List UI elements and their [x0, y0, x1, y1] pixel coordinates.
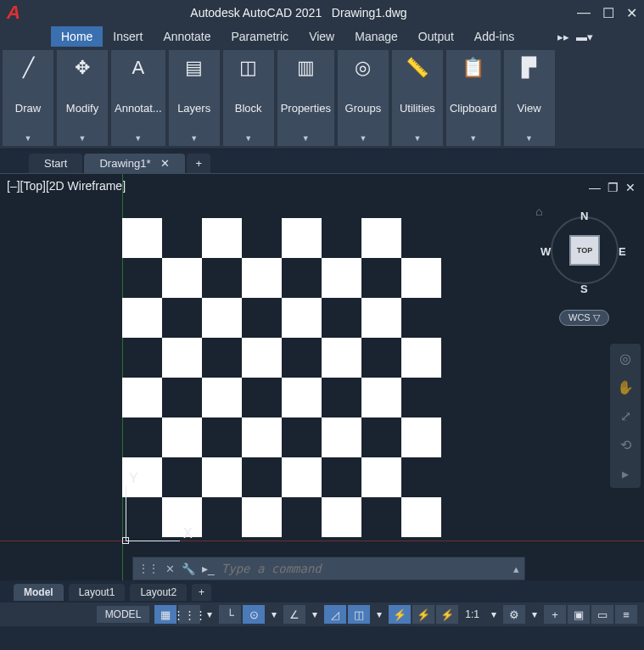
- layout-tab-layout1[interactable]: Layout1: [69, 584, 126, 601]
- chevron-down-icon[interactable]: ▾: [202, 608, 217, 620]
- layout-tab-model[interactable]: Model: [14, 584, 64, 601]
- status-customize-icon[interactable]: ≡: [615, 605, 637, 624]
- tab-start[interactable]: Start: [29, 154, 82, 173]
- status-polar-icon[interactable]: ⊙: [243, 605, 265, 624]
- panel-dropdown-icon[interactable]: ▼: [190, 132, 198, 144]
- properties-icon: ▥: [293, 55, 318, 81]
- minimize-button[interactable]: —: [577, 5, 591, 21]
- statusbar: MODEL ▦ ⋮⋮⋮ ▾ └ ⊙ ▾ ∠ ▾ ◿ ◫ ▾ ⚡ ⚡ ⚡ 1:1 …: [0, 602, 644, 626]
- menu-parametric[interactable]: Parametric: [221, 26, 299, 47]
- status-isolate-icon[interactable]: ▣: [568, 605, 590, 624]
- menu-insert[interactable]: Insert: [103, 26, 153, 47]
- board-square: [202, 258, 242, 298]
- panel-dropdown-icon[interactable]: ▼: [469, 132, 477, 144]
- menu-addins[interactable]: Add-ins: [464, 26, 524, 47]
- panel-dropdown-icon[interactable]: ▼: [244, 132, 252, 144]
- menu-view[interactable]: View: [299, 26, 344, 47]
- menu-home[interactable]: Home: [51, 26, 103, 47]
- panel-clipboard[interactable]: 📋 Clipboard ▼: [445, 49, 501, 147]
- menu-panel-icon[interactable]: ▬▾: [576, 31, 593, 43]
- panel-layers[interactable]: ▤ Layers ▼: [168, 49, 221, 147]
- steering-wheel-icon[interactable]: ◎: [616, 349, 635, 367]
- viewcube-west[interactable]: W: [540, 245, 551, 258]
- menu-manage[interactable]: Manage: [344, 26, 408, 47]
- cmdline-close-icon[interactable]: ✕: [165, 563, 175, 575]
- panel-block[interactable]: ◫ Block ▼: [222, 49, 275, 147]
- status-model-space[interactable]: MODEL: [97, 606, 150, 623]
- panel-dropdown-icon[interactable]: ▼: [413, 132, 421, 144]
- chevron-down-icon[interactable]: ▾: [307, 608, 322, 620]
- home-view-icon[interactable]: ⌂: [535, 205, 542, 218]
- panel-properties[interactable]: ▥ Properties ▼: [277, 49, 335, 147]
- new-tab-button[interactable]: +: [187, 154, 210, 173]
- board-square: [282, 218, 322, 258]
- board-square: [122, 497, 162, 537]
- status-osnap-track-icon[interactable]: ◫: [348, 605, 370, 624]
- maximize-button[interactable]: ☐: [602, 5, 614, 21]
- panel-modify[interactable]: ✥ Modify ▼: [56, 49, 109, 147]
- panel-dropdown-icon[interactable]: ▼: [25, 132, 32, 144]
- menubar: Home Insert Annotate Parametric View Man…: [0, 25, 644, 48]
- status-isodraft-icon[interactable]: ∠: [283, 605, 305, 624]
- status-workspace-icon[interactable]: ⚙: [503, 605, 525, 624]
- board-square: [282, 338, 322, 378]
- status-ortho-icon[interactable]: └: [219, 605, 241, 624]
- cmdline-config-icon[interactable]: 🔧: [182, 563, 195, 575]
- status-annoscale-icon[interactable]: ⚡: [389, 605, 411, 624]
- showmotion-icon[interactable]: ▸: [616, 464, 635, 483]
- board-square: [162, 218, 202, 258]
- checkerboard-drawing: [122, 218, 441, 537]
- board-square: [202, 497, 242, 537]
- cmdline-handle-icon[interactable]: ⋮⋮: [138, 563, 159, 574]
- command-line[interactable]: ⋮⋮ ✕ 🔧 ▸_ ▴: [132, 557, 525, 580]
- status-annoadd-icon[interactable]: ⚡: [436, 605, 458, 624]
- panel-dropdown-icon[interactable]: ▼: [134, 132, 142, 144]
- board-square: [122, 218, 162, 258]
- menu-annotate[interactable]: Annotate: [153, 26, 221, 47]
- status-annovis-icon[interactable]: ⚡: [412, 605, 434, 624]
- status-scale[interactable]: 1:1: [460, 608, 484, 620]
- panel-annotation[interactable]: A Annotat... ▼: [110, 49, 166, 147]
- panel-utilities[interactable]: 📏 Utilities ▼: [391, 49, 444, 147]
- panel-draw[interactable]: ╱ Draw ▼: [2, 49, 54, 147]
- panel-dropdown-icon[interactable]: ▼: [359, 132, 367, 144]
- panel-dropdown-icon[interactable]: ▼: [302, 132, 310, 144]
- close-tab-icon[interactable]: ✕: [160, 157, 170, 170]
- orbit-icon[interactable]: ⟲: [616, 435, 635, 454]
- board-square: [162, 338, 202, 378]
- viewcube-south[interactable]: S: [580, 283, 588, 295]
- chevron-down-icon[interactable]: ▾: [486, 608, 501, 620]
- status-cleanscreen-icon[interactable]: ▭: [591, 605, 613, 624]
- layout-tab-layout2[interactable]: Layout2: [130, 584, 187, 601]
- board-square: [122, 338, 162, 378]
- pan-icon[interactable]: ✋: [616, 378, 635, 396]
- viewcube-face[interactable]: TOP: [569, 235, 600, 266]
- command-input[interactable]: [221, 562, 507, 575]
- status-snap-icon[interactable]: ⋮⋮⋮: [178, 605, 200, 624]
- status-monitor-icon[interactable]: +: [544, 605, 566, 624]
- panel-dropdown-icon[interactable]: ▼: [79, 132, 87, 144]
- board-square: [361, 457, 401, 497]
- chevron-down-icon[interactable]: ▾: [527, 608, 542, 620]
- menu-more-icon[interactable]: ▸▸: [557, 31, 569, 43]
- panel-view[interactable]: ▛ View ▼: [503, 49, 556, 147]
- add-layout-button[interactable]: +: [192, 584, 211, 601]
- panel-groups[interactable]: ◎ Groups ▼: [337, 49, 389, 147]
- menu-output[interactable]: Output: [408, 26, 464, 47]
- zoom-extents-icon[interactable]: ⤢: [616, 406, 635, 425]
- tab-drawing1[interactable]: Drawing1* ✕: [84, 154, 185, 173]
- cmdline-history-icon[interactable]: ▴: [513, 563, 519, 575]
- board-square: [122, 417, 162, 457]
- status-osnap-icon[interactable]: ◿: [324, 605, 346, 624]
- wcs-badge[interactable]: WCS ▽: [559, 310, 609, 326]
- board-square: [322, 378, 361, 417]
- close-button[interactable]: ✕: [626, 5, 637, 21]
- drawing-viewport[interactable]: [–][Top][2D Wireframe] — ❐ ✕ Y X ⌂ TOP N…: [0, 173, 644, 580]
- chevron-down-icon[interactable]: ▾: [266, 608, 282, 620]
- chevron-down-icon[interactable]: ▾: [372, 608, 387, 620]
- viewcube-north[interactable]: N: [580, 210, 588, 222]
- panel-dropdown-icon[interactable]: ▼: [525, 132, 533, 144]
- canvas[interactable]: Y X: [0, 174, 644, 580]
- viewcube-east[interactable]: E: [619, 245, 626, 258]
- navigation-bar[interactable]: ◎ ✋ ⤢ ⟲ ▸: [610, 344, 641, 488]
